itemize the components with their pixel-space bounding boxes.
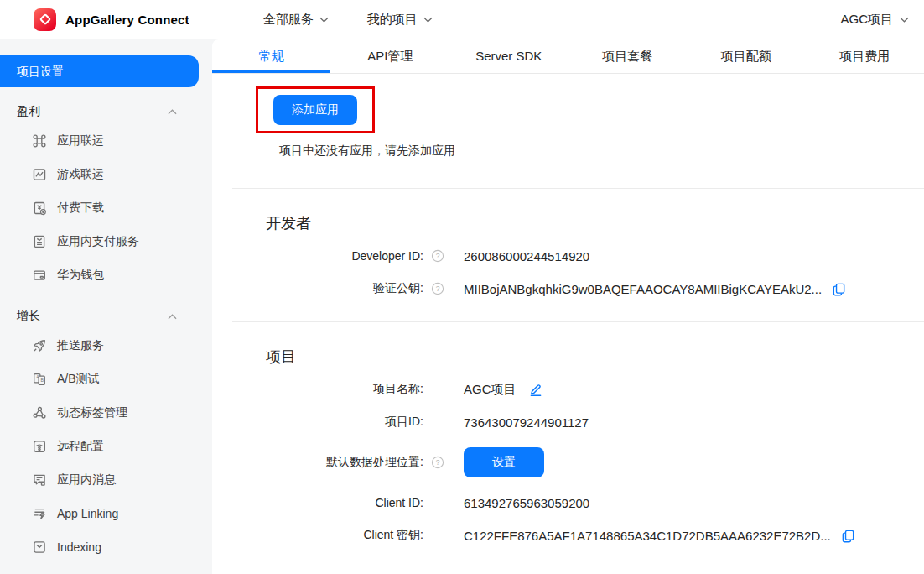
section-divider	[232, 188, 924, 189]
verify-public-key-row: 验证公钥:?MIIBojANBgkqhkiG9w0BAQEFAAOCAY8AMI…	[212, 279, 924, 299]
topbar: AppGallery Connect 全部服务我的项目 AGC项目	[0, 0, 924, 39]
remote-config-icon	[32, 439, 47, 454]
appgallery-connect-console: AppGallery Connect 全部服务我的项目 AGC项目 项目设置 盈…	[0, 0, 924, 574]
topnav-all-services-label: 全部服务	[263, 12, 314, 28]
sidebar-item-indexing[interactable]: Indexing	[0, 530, 212, 564]
tag-mgmt-icon	[32, 405, 47, 420]
developer-id-label: Developer ID:	[212, 249, 423, 263]
project-id-label: 项目ID:	[212, 415, 423, 430]
section-divider	[232, 321, 924, 322]
sidebar-item-huawei-wallet[interactable]: 华为钱包	[0, 258, 212, 292]
sidebar-item-huawei-wallet-label: 华为钱包	[57, 268, 104, 283]
apps-union-icon	[32, 133, 47, 149]
project-selector-label: AGC项目	[840, 12, 893, 28]
push-icon	[32, 338, 47, 353]
sidebar-section-earning[interactable]: 盈利	[0, 99, 212, 124]
tab-project-quota[interactable]: 项目配额	[687, 39, 806, 73]
game-union-icon	[32, 167, 47, 182]
tab-project-fee[interactable]: 项目费用	[806, 39, 924, 73]
chevron-down-icon	[900, 17, 909, 23]
help-icon[interactable]: ?	[431, 249, 444, 263]
body: 项目设置 盈利应用联运游戏联运付费下载应用内支付服务华为钱包增长推送服务ABA/…	[0, 39, 924, 574]
svg-text:?: ?	[436, 284, 440, 293]
brand: AppGallery Connect	[34, 8, 189, 31]
sidebar-item-app-linking-label: App Linking	[57, 507, 118, 520]
help-icon-slot	[431, 383, 444, 396]
svg-text:?: ?	[436, 252, 440, 260]
sidebar-item-in-app-messaging[interactable]: 应用内消息	[0, 463, 212, 497]
sidebar-item-push-service[interactable]: 推送服务	[0, 329, 212, 363]
sidebar-item-indexing-label: Indexing	[57, 540, 101, 554]
sidebar-item-remote-configuration[interactable]: 远程配置	[0, 430, 212, 463]
sidebar-item-ab-testing[interactable]: ABA/B测试	[0, 363, 212, 396]
developer-id-row: Developer ID:?260086000244514920	[212, 246, 924, 266]
appgallery-logo-icon	[34, 8, 56, 31]
copy-icon[interactable]	[832, 282, 846, 296]
sidebar-item-in-app-purchases-label: 应用内支付服务	[57, 234, 139, 249]
default-data-location-row: 默认数据处理位置:?设置	[212, 447, 924, 477]
sidebar-item-game-joint-operations[interactable]: 游戏联运	[0, 158, 212, 191]
project-section: 项目 项目名称:AGC项目项目ID:736430079244901127默认数据…	[212, 347, 924, 545]
topnav-my-projects[interactable]: 我的项目	[367, 12, 433, 28]
sidebar-sections: 盈利应用联运游戏联运付费下载应用内支付服务华为钱包增长推送服务ABA/B测试动态…	[0, 99, 212, 564]
default-data-location-button[interactable]: 设置	[464, 447, 544, 477]
empty-project-hint: 项目中还没有应用，请先添加应用	[279, 144, 924, 159]
add-app-button[interactable]: 添加应用	[273, 95, 357, 125]
sidebar-item-project-settings[interactable]: 项目设置	[0, 55, 199, 87]
help-icon-slot	[431, 496, 444, 509]
chevron-down-icon	[319, 17, 329, 23]
sidebar-section-grow-title: 增长	[17, 309, 40, 324]
project-selector-dropdown[interactable]: AGC项目	[840, 12, 911, 28]
chevron-down-icon	[423, 17, 433, 23]
sidebar-section-grow[interactable]: 增长	[0, 304, 212, 329]
topnav-my-projects-label: 我的项目	[367, 12, 418, 28]
sidebar-item-push-service-label: 推送服务	[57, 338, 104, 353]
sidebar-item-dynamic-tag-manager[interactable]: 动态标签管理	[0, 396, 212, 430]
sidebar-item-app-linking[interactable]: App Linking	[0, 497, 212, 530]
iap-icon	[32, 234, 47, 249]
verify-public-key-value: MIIBojANBgkqhkiG9w0BAQEFAAOCAY8AMIIBigKC…	[464, 282, 822, 296]
tab-general[interactable]: 常规	[212, 39, 331, 73]
edit-icon[interactable]	[528, 382, 543, 397]
top-navigation: 全部服务我的项目	[263, 12, 433, 28]
sidebar-item-paid-download[interactable]: 付费下载	[0, 191, 212, 225]
project-id-value: 736430079244901127	[464, 415, 589, 430]
client-id-label: Client ID:	[212, 496, 423, 509]
sidebar-item-game-joint-operations-label: 游戏联运	[57, 167, 104, 182]
tab-api-management[interactable]: API管理	[331, 39, 450, 73]
client-id-row: Client ID:613492765963059200	[212, 493, 924, 513]
sidebar-item-app-joint-operations[interactable]: 应用联运	[0, 124, 212, 158]
sidebar-item-app-joint-operations-label: 应用联运	[57, 133, 104, 149]
active-tab-underline	[212, 70, 330, 73]
client-secret-value: C122FFE876A5AF1A7148865A34C1D72DB5AAA623…	[464, 529, 831, 543]
help-icon[interactable]: ?	[431, 282, 444, 295]
main-content-card: 常规API管理Server SDK项目套餐项目配额项目费用 添加应用 项目中还没…	[212, 39, 924, 574]
developer-section: 开发者 Developer ID:?260086000244514920验证公钥…	[212, 213, 924, 299]
developer-rows: Developer ID:?260086000244514920验证公钥:?MI…	[212, 246, 924, 299]
red-highlight-box: 添加应用	[256, 86, 375, 133]
app-linking-icon	[32, 506, 47, 521]
sidebar: 项目设置 盈利应用联运游戏联运付费下载应用内支付服务华为钱包增长推送服务ABA/…	[0, 39, 212, 574]
indexing-icon	[32, 540, 47, 555]
developer-section-title: 开发者	[266, 213, 924, 234]
iam-icon	[32, 472, 47, 488]
sidebar-item-in-app-messaging-label: 应用内消息	[57, 472, 116, 488]
client-id-value: 613492765963059200	[464, 496, 589, 510]
sidebar-section-earning-title: 盈利	[17, 104, 40, 119]
sidebar-item-in-app-purchases[interactable]: 应用内支付服务	[0, 225, 212, 258]
project-name-label: 项目名称:	[212, 382, 423, 397]
sidebar-item-paid-download-label: 付费下载	[57, 201, 104, 216]
tab-project-package[interactable]: 项目套餐	[568, 39, 688, 73]
topnav-all-services[interactable]: 全部服务	[263, 12, 329, 28]
chevron-up-icon	[168, 109, 177, 115]
project-name-value: AGC项目	[464, 382, 517, 398]
tab-server-sdk[interactable]: Server SDK	[449, 39, 568, 73]
project-id-row: 项目ID:736430079244901127	[212, 412, 924, 432]
sidebar-item-remote-configuration-label: 远程配置	[57, 439, 104, 454]
empty-project-area: 添加应用 项目中还没有应用，请先添加应用	[212, 74, 924, 159]
copy-icon[interactable]	[841, 529, 855, 543]
svg-text:B: B	[41, 378, 44, 383]
sidebar-item-dynamic-tag-manager-label: 动态标签管理	[57, 405, 127, 420]
help-icon[interactable]: ?	[431, 456, 444, 469]
svg-text:?: ?	[436, 458, 440, 467]
